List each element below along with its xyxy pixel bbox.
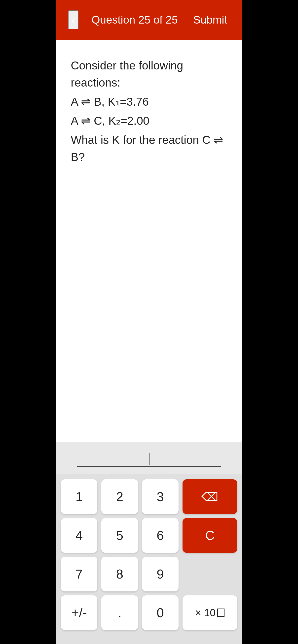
key-3[interactable]: 3	[142, 479, 179, 514]
keypad: 1 2 3 ⌫ 4 5 6 C 7 8 9	[56, 474, 242, 644]
question-area: Consider the following reactions: A ⇌ B,…	[56, 40, 242, 442]
key-plus-minus[interactable]: +/-	[61, 596, 97, 630]
key-6[interactable]: 6	[142, 518, 179, 553]
submit-button[interactable]: Submit	[191, 11, 230, 28]
answer-input-row	[56, 442, 242, 474]
key-1[interactable]: 1	[61, 479, 97, 514]
text-cursor	[149, 453, 150, 465]
key-9[interactable]: 9	[142, 557, 179, 592]
answer-input-line[interactable]	[77, 452, 221, 467]
question-line-2: A ⇌ B, K₁=3.76	[71, 93, 227, 110]
exponent-box	[217, 608, 224, 617]
back-button[interactable]: ‹	[68, 10, 78, 29]
x10-label: × 10	[195, 607, 225, 619]
app-header: ‹ Question 25 of 25 Submit	[56, 0, 242, 40]
key-2[interactable]: 2	[101, 479, 138, 514]
backspace-icon: ⌫	[201, 490, 218, 504]
x10-button[interactable]: × 10	[183, 596, 237, 630]
question-line-1: Consider the following reactions:	[71, 57, 227, 91]
question-line-4: What is K for the reaction C ⇌ B?	[71, 132, 227, 166]
key-0[interactable]: 0	[142, 596, 179, 630]
keypad-row-3: 7 8 9	[61, 557, 237, 592]
key-4[interactable]: 4	[61, 518, 97, 553]
keypad-row-4: +/- . 0 × 10	[61, 596, 237, 630]
key-8[interactable]: 8	[101, 557, 138, 592]
question-progress: Question 25 of 25	[92, 14, 178, 26]
clear-button[interactable]: C	[183, 518, 237, 553]
question-line-3: A ⇌ C, K₂=2.00	[71, 112, 227, 130]
keypad-row-2: 4 5 6 C	[61, 518, 237, 553]
backspace-button[interactable]: ⌫	[183, 479, 237, 514]
answer-section: 1 2 3 ⌫ 4 5 6 C 7 8 9	[56, 442, 242, 644]
key-5[interactable]: 5	[101, 518, 138, 553]
key-decimal[interactable]: .	[101, 596, 138, 630]
key-7[interactable]: 7	[61, 557, 97, 592]
keypad-row-1: 1 2 3 ⌫	[61, 479, 237, 514]
question-text: Consider the following reactions: A ⇌ B,…	[71, 57, 227, 166]
